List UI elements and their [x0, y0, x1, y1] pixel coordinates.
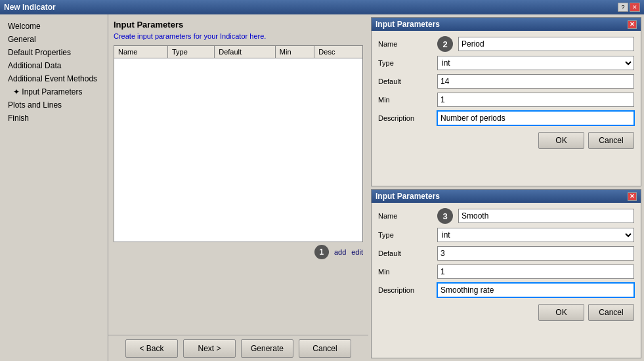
panel2-min-row: Min	[378, 265, 634, 279]
panel2-type-select[interactable]: int double bool string	[437, 228, 634, 242]
panel2-min-input[interactable]	[437, 265, 634, 279]
panel1-type-row: Type int double bool string	[378, 56, 634, 70]
sidebar-item-plots-and-lines[interactable]: Plots and Lines	[0, 98, 108, 112]
panel1-desc-label: Description	[378, 114, 437, 122]
panel2-type-row: Type int double bool string	[378, 228, 634, 242]
sidebar-item-additional-event-methods[interactable]: Additional Event Methods	[0, 72, 108, 85]
back-button[interactable]: < Back	[125, 339, 178, 358]
sidebar-item-finish[interactable]: Finish	[0, 112, 108, 125]
main-container: Welcome General Default Properties Addit…	[0, 14, 644, 361]
panel2-name-input[interactable]	[458, 209, 634, 223]
panel2-name-row: Name 3	[378, 208, 634, 224]
generate-button[interactable]: Generate	[241, 339, 293, 358]
panel2-title: Input Parameters	[376, 192, 440, 201]
sidebar-item-default-properties[interactable]: Default Properties	[0, 46, 108, 59]
panel1-min-label: Min	[378, 96, 437, 104]
col-default: Default	[215, 46, 276, 58]
col-min: Min	[275, 46, 314, 58]
panel2-ok-button[interactable]: OK	[538, 304, 584, 321]
panel1-title-bar: Input Parameters ✕	[372, 18, 641, 31]
panel2-buttons: OK Cancel	[378, 301, 634, 322]
window-title: New Indicator	[4, 3, 56, 12]
col-name: Name	[114, 46, 168, 58]
panel2-body: Name 3 Type int double bool string Defau…	[372, 203, 641, 328]
panel1-default-input[interactable]	[437, 74, 634, 89]
panel2-default-input[interactable]	[437, 246, 634, 261]
panel2-desc-row: Description	[378, 283, 634, 297]
panel1-min-input[interactable]	[437, 93, 634, 107]
panel1-title: Input Parameters	[376, 20, 440, 29]
sidebar: Welcome General Default Properties Addit…	[0, 14, 108, 361]
panel1-badge: 2	[437, 36, 453, 52]
panel1-name-label: Name	[378, 40, 437, 48]
next-button[interactable]: Next >	[183, 339, 236, 358]
panel1-buttons: OK Cancel	[378, 129, 634, 150]
panel1-body: Name 2 Type int double bool string Defau…	[372, 31, 641, 156]
panel1-close-button[interactable]: ✕	[628, 20, 637, 29]
right-panels: Input Parameters ✕ Name 2 Type int doubl…	[368, 14, 644, 361]
panel2-name-label: Name	[378, 212, 437, 220]
close-button[interactable]: ✕	[630, 3, 640, 12]
panel1-default-label: Default	[378, 77, 437, 85]
section-description: Create input parameters for your Indicat…	[114, 32, 363, 40]
panel2-default-row: Default	[378, 246, 634, 261]
panel1-type-label: Type	[378, 59, 437, 67]
help-button[interactable]: ?	[618, 3, 628, 12]
panel1-name-input[interactable]	[458, 37, 634, 51]
panel2-min-label: Min	[378, 268, 437, 276]
panel1-desc-input[interactable]	[437, 111, 634, 125]
panel1-type-select[interactable]: int double bool string	[437, 56, 634, 70]
edit-link[interactable]: edit	[351, 248, 363, 256]
sidebar-item-additional-data[interactable]: Additional Data	[0, 59, 108, 72]
panel1-cancel-button[interactable]: Cancel	[588, 132, 634, 149]
col-desc: Desc	[314, 46, 363, 58]
panel2-default-label: Default	[378, 249, 437, 257]
panel1-desc-row: Description	[378, 111, 634, 125]
badge-1: 1	[314, 245, 329, 259]
params-table: Name Type Default Min Desc	[114, 45, 363, 242]
add-edit-area: 1 add edit	[114, 242, 363, 262]
input-parameters-panel-1: Input Parameters ✕ Name 2 Type int doubl…	[371, 17, 641, 186]
panel2-title-bar: Input Parameters ✕	[372, 190, 641, 203]
panel1-name-row: Name 2	[378, 36, 634, 52]
section-title: Input Parameters	[114, 20, 363, 30]
cancel-button[interactable]: Cancel	[299, 339, 351, 358]
title-bar-buttons: ? ✕	[618, 3, 640, 12]
panel1-default-row: Default	[378, 74, 634, 89]
panel1-min-row: Min	[378, 93, 634, 107]
panel2-badge: 3	[437, 208, 453, 224]
panel2-desc-label: Description	[378, 286, 437, 294]
add-link[interactable]: add	[334, 248, 346, 256]
sidebar-item-input-parameters[interactable]: ✦ Input Parameters	[0, 85, 108, 98]
sidebar-item-general[interactable]: General	[0, 33, 108, 46]
input-parameters-panel-2: Input Parameters ✕ Name 3 Type int doubl…	[371, 189, 641, 358]
panel2-desc-input[interactable]	[437, 283, 634, 297]
title-bar: New Indicator ? ✕	[0, 0, 644, 14]
panel2-close-button[interactable]: ✕	[628, 192, 637, 201]
panel1-ok-button[interactable]: OK	[538, 132, 584, 149]
col-type: Type	[167, 46, 214, 58]
panel2-type-label: Type	[378, 231, 437, 239]
sidebar-item-welcome[interactable]: Welcome	[0, 20, 108, 33]
content-area: Input Parameters Create input parameters…	[108, 14, 368, 361]
panel2-cancel-button[interactable]: Cancel	[588, 304, 634, 321]
bottom-bar: < Back Next > Generate Cancel	[108, 335, 368, 361]
